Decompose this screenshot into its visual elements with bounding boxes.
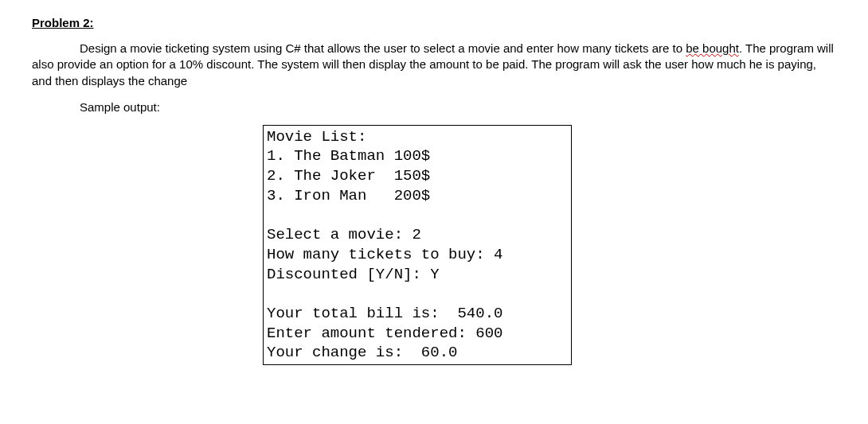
output-line: Your change is: 60.0 bbox=[267, 344, 457, 361]
output-line: 2. The Joker 150$ bbox=[267, 167, 430, 185]
desc-squiggly: be bought bbox=[686, 41, 739, 55]
sample-output-label: Sample output: bbox=[80, 100, 836, 114]
output-line: Enter amount tendered: 600 bbox=[267, 325, 502, 342]
output-line: How many tickets to buy: 4 bbox=[267, 246, 502, 263]
problem-title: Problem 2: bbox=[32, 16, 836, 29]
problem-description: Design a movie ticketing system using C#… bbox=[32, 41, 836, 89]
output-line: 1. The Batman 100$ bbox=[267, 147, 430, 165]
sample-output-box: Movie List: 1. The Batman 100$ 2. The Jo… bbox=[263, 125, 572, 365]
output-line: Discounted [Y/N]: Y bbox=[267, 266, 440, 283]
output-line: Your total bill is: 540.0 bbox=[267, 305, 502, 322]
output-line: Movie List: bbox=[267, 128, 366, 146]
desc-text-1: Design a movie ticketing system using C#… bbox=[80, 41, 686, 55]
output-line: 3. Iron Man 200$ bbox=[267, 187, 430, 204]
output-line: Select a movie: 2 bbox=[267, 226, 421, 243]
